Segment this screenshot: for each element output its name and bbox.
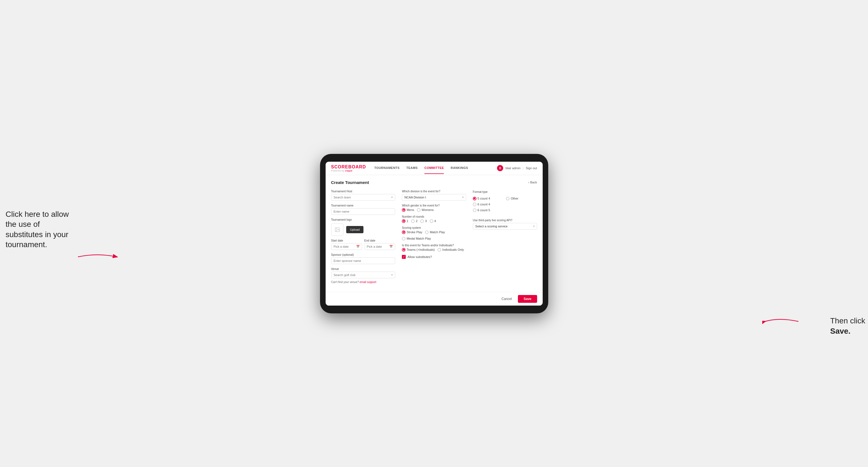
6count4-label: 6 count 4 xyxy=(477,203,490,206)
tournament-name-field[interactable] xyxy=(334,210,393,213)
tournament-name-label: Tournament name xyxy=(331,204,396,207)
round2-label: 2 xyxy=(416,219,417,223)
6count4-icon xyxy=(473,203,476,206)
format-5count4[interactable]: 5 count 4 xyxy=(473,197,504,200)
start-date-field[interactable] xyxy=(334,245,356,248)
other-format-icon xyxy=(506,197,509,200)
match-play-icon xyxy=(425,230,429,234)
end-date-group: End date 📅 xyxy=(364,239,395,250)
nav-committee[interactable]: COMMITTEE xyxy=(425,162,444,174)
scoring-system-label: Scoring system xyxy=(402,226,466,229)
gender-womens[interactable]: Womens xyxy=(417,208,434,212)
end-date-field[interactable] xyxy=(367,245,389,248)
format-options: 5 count 4 Other 6 count 4 xyxy=(473,197,537,212)
start-date-group: Start date 📅 xyxy=(331,239,362,250)
gender-radio-group: Mens Womens xyxy=(402,208,466,212)
calendar-icon: 📅 xyxy=(356,245,360,248)
arrow-right-icon xyxy=(762,316,801,327)
individuals-only[interactable]: Individuals Only xyxy=(437,248,464,252)
match-play[interactable]: Match Play xyxy=(425,230,445,234)
teams-individuals[interactable]: Teams (+Individuals) xyxy=(402,248,435,252)
cancel-button[interactable]: Cancel xyxy=(498,295,515,303)
end-date-input[interactable]: 📅 xyxy=(364,243,395,250)
format-6count5[interactable]: 6 count 5 xyxy=(473,209,504,212)
allow-substitutes-checkbox[interactable]: ✓ xyxy=(402,255,406,259)
allow-substitutes-item: ✓ Allow substitutes? xyxy=(402,255,466,259)
brand-powered: Powered by clippd xyxy=(331,169,366,172)
stroke-play-icon xyxy=(402,230,405,234)
navbar: SCOREBOARD Powered by clippd TOURNAMENTS… xyxy=(326,162,543,175)
womens-radio-icon xyxy=(417,208,421,212)
round-3[interactable]: 3 xyxy=(420,219,427,223)
venue-chevron-icon: ▾ xyxy=(391,273,393,276)
venue-group: Venue ▾ Can't find your venue? email sup… xyxy=(331,268,396,284)
upload-button[interactable]: Upload xyxy=(346,226,364,233)
tournament-host-field[interactable] xyxy=(334,196,392,199)
venue-hint: Can't find your venue? email support xyxy=(331,281,396,284)
venue-label: Venue xyxy=(331,268,396,271)
email-support-link[interactable]: email support xyxy=(360,281,376,284)
scoring-service-dropdown[interactable]: Select a scoring service xyxy=(475,225,533,228)
save-button[interactable]: Save xyxy=(518,295,537,303)
back-button[interactable]: Back xyxy=(528,181,537,184)
round1-icon xyxy=(402,219,405,223)
individuals-only-label: Individuals Only xyxy=(442,248,464,251)
date-row: Start date 📅 End date 📅 xyxy=(331,239,396,250)
rounds-label: Number of rounds xyxy=(402,215,466,218)
match-play-label: Match Play xyxy=(430,230,445,234)
start-date-label: Start date xyxy=(331,239,362,242)
page-content: Create Tournament Back Tournament Host ▾ xyxy=(326,175,543,292)
nav-teams[interactable]: TEAMS xyxy=(406,162,418,174)
allow-substitutes-group: ✓ Allow substitutes? xyxy=(402,255,466,259)
form-col-3: Format type 5 count 4 Other xyxy=(473,190,537,284)
venue-field[interactable] xyxy=(334,273,392,277)
medal-match-play-label: Medal Match Play xyxy=(407,237,431,240)
page-footer: Cancel Save xyxy=(326,292,543,306)
form-col-1: Tournament Host ▾ Tournament name xyxy=(331,190,396,284)
signout-link[interactable]: Sign out xyxy=(526,166,537,170)
individuals-only-icon xyxy=(437,248,441,252)
scoring-service-group: Use third-party live scoring API? Select… xyxy=(473,219,537,229)
round3-label: 3 xyxy=(425,219,427,223)
venue-input[interactable]: ▾ xyxy=(331,272,396,278)
nav-rankings[interactable]: RANKINGS xyxy=(451,162,468,174)
event-type-group: Is this event for Teams and/or Individua… xyxy=(402,244,466,252)
tournament-name-input[interactable] xyxy=(331,208,396,215)
format-other[interactable]: Other xyxy=(506,197,537,200)
page-header: Create Tournament Back xyxy=(331,180,537,185)
tablet-screen: SCOREBOARD Powered by clippd TOURNAMENTS… xyxy=(326,162,543,306)
scoring-service-select[interactable]: Select a scoring service ▾ xyxy=(473,223,537,229)
brand-logo: SCOREBOARD Powered by clippd xyxy=(331,164,366,172)
arrow-left-icon xyxy=(75,251,120,262)
round3-icon xyxy=(420,219,424,223)
calendar-end-icon: 📅 xyxy=(389,245,393,248)
tournament-host-input[interactable]: ▾ xyxy=(331,194,396,201)
round-4[interactable]: 4 xyxy=(430,219,436,223)
teams-individuals-label: Teams (+Individuals) xyxy=(407,248,435,251)
division-select[interactable]: NCAA Division I NCAA Division II NCAA Di… xyxy=(402,194,466,201)
format-6count4[interactable]: 6 count 4 xyxy=(473,203,504,206)
rounds-group: Number of rounds 1 2 xyxy=(402,215,466,223)
scoring-service-label: Use third-party live scoring API? xyxy=(473,219,537,222)
division-label: Which division is the event for? xyxy=(402,190,466,193)
logo-placeholder-icon xyxy=(331,223,343,236)
start-date-input[interactable]: 📅 xyxy=(331,243,362,250)
logo-area: Upload xyxy=(331,223,396,236)
annotation-left: Click here to allow the use of substitut… xyxy=(6,209,72,250)
division-dropdown[interactable]: NCAA Division I NCAA Division II NCAA Di… xyxy=(404,196,462,199)
round-2[interactable]: 2 xyxy=(411,219,417,223)
medal-match-play[interactable]: Medal Match Play xyxy=(402,237,431,241)
sponsor-group: Sponsor (optional) xyxy=(331,253,396,264)
avatar: B xyxy=(497,165,503,171)
division-group: Which division is the event for? NCAA Di… xyxy=(402,190,466,201)
tournament-host-label: Tournament Host xyxy=(331,190,396,193)
gender-mens[interactable]: Mens xyxy=(402,208,414,212)
stroke-play[interactable]: Stroke Play xyxy=(402,230,422,234)
round-1[interactable]: 1 xyxy=(402,219,408,223)
event-type-radio-group: Teams (+Individuals) Individuals Only xyxy=(402,248,466,252)
sponsor-field[interactable] xyxy=(334,259,393,262)
brand-name: SCOREBOARD xyxy=(331,164,366,169)
division-chevron-icon: ▾ xyxy=(462,196,464,199)
sponsor-input[interactable] xyxy=(331,257,396,264)
nav-tournaments[interactable]: TOURNAMENTS xyxy=(374,162,400,174)
